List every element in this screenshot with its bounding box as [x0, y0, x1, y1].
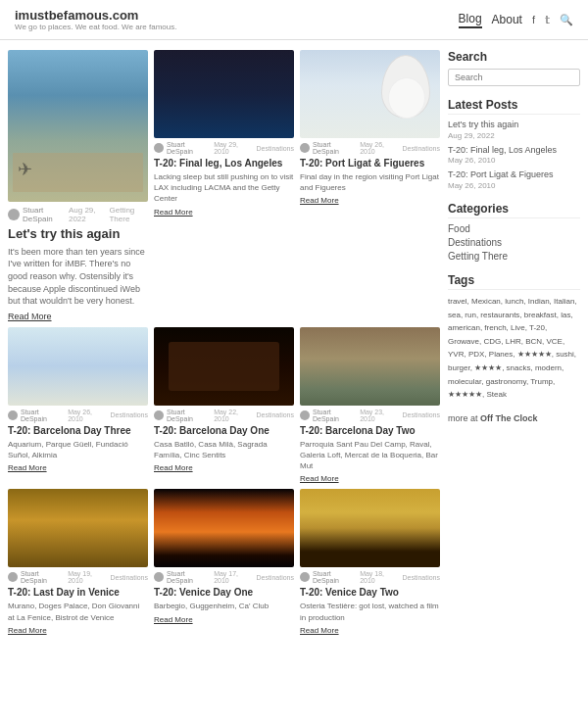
grid-cell-7: Stuart DeSpain May 17, 2010 Destinations… [154, 489, 294, 634]
read-more-5[interactable]: Read More [300, 474, 440, 483]
avatar [8, 572, 18, 582]
post-title-7: T-20: Venice Day One [154, 586, 294, 599]
post-date-2: May 26, 2010 [360, 141, 399, 155]
read-more-6[interactable]: Read More [8, 626, 148, 635]
read-more-2[interactable]: Read More [300, 196, 440, 205]
post-title-0: T-20: Final leg, Los Angeles [154, 157, 294, 169]
category-food[interactable]: Food [448, 223, 580, 234]
grid-cell-8: Stuart DeSpain May 18, 2010 Destinations… [300, 489, 440, 634]
avatar [154, 143, 164, 153]
post-category-2: Destinations [402, 145, 440, 152]
category-getting-there[interactable]: Getting There [448, 251, 580, 262]
post-title: Let's try this again [8, 226, 148, 243]
grid-cell-2: Stuart DeSpain May 26, 2010 Destinations… [300, 50, 440, 321]
categories-title: Categories [448, 202, 580, 218]
sidebar-search-section: Search [448, 50, 580, 86]
post-image-0 [154, 50, 294, 138]
post-title-3: T-20: Barcelona Day Three [8, 424, 148, 437]
latest-post-1: T-20: Final leg, Los Angeles May 26, 201… [448, 145, 580, 166]
latest-post-date-0: Aug 29, 2022 [448, 131, 580, 140]
post-excerpt-8: Osteria Testière: got lost, watched a fi… [300, 601, 440, 622]
latest-post-title-0[interactable]: Let's try this again [448, 120, 580, 131]
search-label: Search [448, 50, 580, 64]
post-date: Aug 29, 2022 [69, 206, 107, 223]
post-title-6: T-20: Last Day in Venice [8, 586, 148, 599]
sidebar-latest-posts: Latest Posts Let's try this again Aug 29… [448, 98, 580, 190]
post-excerpt-5: Parroquia Sant Pau Del Camp, Raval, Gale… [300, 439, 440, 472]
post-excerpt: It's been more than ten years since I've… [8, 246, 148, 308]
sidebar: Search Latest Posts Let's try this again… [448, 50, 580, 641]
site-name: imustbefamous.com [15, 8, 176, 23]
grid-cell-3: Stuart DeSpain May 26, 2010 Destinations… [8, 327, 148, 484]
post-title-2: T-20: Port Ligat & Figueres [300, 157, 440, 169]
post-author-2: Stuart DeSpain [313, 141, 357, 155]
read-more-7[interactable]: Read More [154, 615, 294, 624]
latest-post-2: T-20: Port Ligat & Figueres May 26, 2010 [448, 169, 580, 190]
post-image-2 [300, 50, 440, 138]
row-3: Stuart DeSpain May 19, 2010 Destinations… [8, 489, 440, 634]
post-image-4 [154, 327, 294, 406]
read-more-0[interactable]: Read More [154, 208, 294, 217]
latest-posts-title: Latest Posts [448, 98, 580, 115]
post-category-0: Destinations [256, 145, 294, 152]
avatar [8, 209, 20, 220]
grid-cell-0: Stuart DeSpain May 29, 2010 Destinations… [154, 50, 294, 321]
post-title-8: T-20: Venice Day Two [300, 586, 440, 599]
grid-cell-4: Stuart DeSpain May 22, 2010 Destinations… [154, 327, 294, 484]
row-1: ✈ Stuart DeSpain Aug 29, 2022 Getting Th… [8, 50, 440, 321]
site-header: imustbefamous.com We go to places. We ea… [0, 0, 588, 40]
row-2: Stuart DeSpain May 26, 2010 Destinations… [8, 327, 440, 484]
read-more-8[interactable]: Read More [300, 626, 440, 635]
avatar [8, 410, 18, 420]
read-more-4[interactable]: Read More [154, 463, 294, 472]
post-excerpt-7: Barbegio, Guggenheim, Ca' Club [154, 601, 294, 611]
avatar [300, 410, 310, 420]
read-more-link[interactable]: Read More [8, 312, 148, 321]
post-excerpt-3: Aquarium, Parque Güell, Fundació Suñol, … [8, 439, 148, 460]
latest-post-title-1[interactable]: T-20: Final leg, Los Angeles [448, 145, 580, 157]
latest-post-title-2[interactable]: T-20: Port Ligat & Figueres [448, 169, 580, 181]
content-area: ✈ Stuart DeSpain Aug 29, 2022 Getting Th… [8, 50, 440, 641]
more-at-link[interactable]: more at Off The Clock [448, 413, 580, 423]
post-author-0: Stuart DeSpain [167, 141, 211, 155]
main-nav: Blog About f 𝕥 🔍 [459, 12, 573, 28]
post-image-3 [8, 327, 148, 406]
search-input[interactable] [448, 69, 580, 86]
post-image-8 [300, 489, 440, 567]
site-logo: imustbefamous.com We go to places. We ea… [15, 8, 176, 31]
post-excerpt-6: Murano, Doges Palace, Don Giovanni at La… [8, 601, 148, 622]
sidebar-tags: Tags travel, Mexican, lunch, Indian, Ita… [448, 273, 580, 402]
read-more-3[interactable]: Read More [8, 463, 148, 472]
post-image-7 [154, 489, 294, 567]
featured-post: ✈ Stuart DeSpain Aug 29, 2022 Getting Th… [8, 50, 148, 321]
tags-container: travel, Mexican, lunch, Indian, Italian,… [448, 295, 580, 402]
post-meta: Stuart DeSpain Aug 29, 2022 Getting Ther… [8, 206, 148, 223]
post-excerpt-0: Lacking sleep but still pushing on to vi… [154, 171, 294, 205]
grid-cell-6: Stuart DeSpain May 19, 2010 Destinations… [8, 489, 148, 634]
search-icon[interactable]: 🔍 [560, 14, 573, 26]
avatar [300, 572, 310, 582]
grid-cell-5: Stuart DeSpain May 23, 2010 Destinations… [300, 327, 440, 484]
nav-blog[interactable]: Blog [459, 12, 482, 28]
avatar [300, 143, 310, 153]
category-destinations[interactable]: Destinations [448, 237, 580, 248]
post-date-0: May 29, 2010 [214, 141, 253, 155]
twitter-icon[interactable]: 𝕥 [545, 14, 550, 26]
post-image-6 [8, 489, 148, 567]
post-category: Getting There [109, 206, 148, 223]
main-container: ✈ Stuart DeSpain Aug 29, 2022 Getting Th… [0, 40, 588, 651]
latest-post-date-1: May 26, 2010 [448, 156, 580, 165]
post-excerpt-2: Final day in the region visiting Port Li… [300, 171, 440, 193]
latest-post-0: Let's try this again Aug 29, 2022 [448, 120, 580, 140]
facebook-icon[interactable]: f [532, 14, 535, 25]
post-author: Stuart DeSpain [23, 206, 66, 223]
site-tagline: We go to places. We eat food. We are fam… [15, 23, 176, 31]
post-image-5 [300, 327, 440, 406]
avatar [154, 572, 164, 582]
nav-about[interactable]: About [492, 13, 522, 26]
post-title-4: T-20: Barcelona Day One [154, 424, 294, 437]
latest-post-date-2: May 26, 2010 [448, 181, 580, 190]
tags-title: Tags [448, 273, 580, 290]
post-excerpt-4: Casa Batlló, Casa Milà, Sagrada Família,… [154, 439, 294, 460]
sidebar-categories: Categories Food Destinations Getting The… [448, 202, 580, 262]
